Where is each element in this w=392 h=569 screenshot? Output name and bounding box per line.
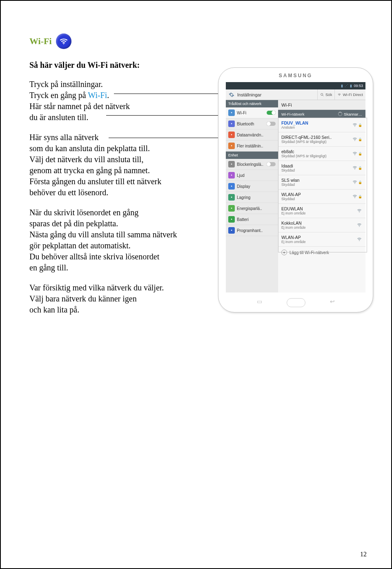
home-button[interactable] [287,298,305,307]
device-brand: SAMSUNG [218,73,373,78]
sidebar-item[interactable]: •Fler inställnin.. [226,141,278,152]
spinner-icon [338,112,342,116]
block-icon: • [228,161,235,167]
svg-point-6 [354,183,355,184]
svg-point-4 [354,155,355,155]
sidebar-item[interactable]: •Energisparlä.. [226,203,278,214]
svg-point-2 [354,126,355,127]
add-network-row[interactable]: +Lägg till Wi-Fi-nätverk [278,247,365,258]
wifi-panel-subtitle: Wi-Fi-nätverk [281,112,304,116]
sidebar-item[interactable]: •Blockeringslä.. [226,159,278,170]
wifi-signal-icon [356,208,362,214]
network-row[interactable]: WLAN-APSkyddad🔒 [278,190,365,204]
wifi-panel-title: Wi-Fi [281,103,292,107]
lock-icon: 🔒 [358,152,362,156]
svg-point-7 [354,198,355,198]
section-device: Enhet [226,152,278,159]
network-row[interactable]: EDUWLANEj inom område [278,204,365,218]
sidebar-item[interactable]: •Ljud [226,170,278,181]
network-status: Ansluten [281,125,350,129]
device-screen: ▮ ⋰ ▮ 09:53 Inställningar Sök Wi-Fi Dire… [226,82,365,292]
page-title: Wi-Fi [29,36,52,47]
network-status: Skyddad (WPS är tillgängligt) [281,140,350,144]
stor-icon: • [228,194,235,201]
sidebar-item[interactable]: •Wi-Fi [226,107,278,118]
menu-nav-icon[interactable]: ▭ [257,298,262,307]
wifi-signal-icon: 🔒 [352,179,362,185]
network-row[interactable]: DIRECT-qFML-2160 Seri..Skyddad (WPS är t… [278,132,365,147]
network-row[interactable]: KokkoLANEj inom område [278,218,365,232]
toggle-switch[interactable] [267,122,276,126]
network-row[interactable]: FDUV_WLANAnsluten🔒 [278,118,365,132]
sidebar-item-label: Lagring [237,195,250,200]
power-icon: • [228,205,235,212]
wifi-signal-icon: 🔒 [352,165,362,171]
sidebar-item-label: Batteri [237,217,249,222]
sound-icon: • [228,172,235,179]
sidebar-item[interactable]: •Programhant.. [226,225,278,236]
network-status: Skyddad (WPS är tillgängligt) [281,154,350,158]
more-icon: • [228,143,235,149]
header-title: Inställningar [237,92,317,97]
wifi-direct-button[interactable]: Wi-Fi Direct [334,89,365,100]
network-name: eb8afc [281,149,350,154]
lock-icon: 🔒 [358,123,362,127]
wifi-signal-icon: 🔒 [352,122,362,128]
lock-icon: 🔒 [358,166,362,170]
battery-icon: ▮ [350,84,352,88]
lock-icon: 🔒 [358,181,362,184]
scanning-indicator: Skannar… [338,112,362,116]
lock-icon: 🔒 [358,138,362,141]
status-bar: ▮ ⋰ ▮ 09:53 [226,82,365,89]
wifi-icon: • [228,109,235,116]
network-row[interactable]: SLS wlanSkyddad🔒 [278,175,365,190]
sidebar-item[interactable]: •Bluetooth [226,118,278,129]
search-button[interactable]: Sök [317,89,334,100]
svg-point-8 [359,212,359,212]
sidebar-item[interactable]: •Dataanvändn.. [226,129,278,141]
wifi-status-icon: ⋰ [345,84,348,88]
network-status: Ej inom område [281,211,354,215]
network-name: KokkoLAN [281,221,354,225]
sidebar-item-label: Energisparlä.. [237,206,262,211]
data-icon: • [228,132,235,138]
network-name: DIRECT-qFML-2160 Seri.. [281,135,350,140]
svg-point-1 [321,93,323,95]
network-status: Skyddad [281,168,350,172]
scanning-label: Skannar… [344,112,362,116]
network-name: SLS wlan [281,178,350,183]
wifi-link-text: Wi-Fi [88,91,107,100]
network-status: Ej inom område [281,225,354,230]
svg-point-5 [354,169,355,170]
plus-icon: + [281,250,287,255]
wifi-signal-icon [356,237,362,242]
sidebar-item-label: Wi-Fi [237,111,246,115]
sidebar-item[interactable]: •Batteri [226,214,278,225]
wifi-signal-icon [356,222,362,228]
back-nav-icon[interactable]: ↩ [330,298,335,307]
network-row[interactable]: WLAN-APEj inom område [278,232,365,247]
settings-header: Inställningar Sök Wi-Fi Direct [226,89,365,100]
gear-icon [228,91,235,98]
network-status: Skyddad [281,197,350,201]
toggle-switch[interactable] [267,111,276,115]
device-mock: SAMSUNG ▮ ⋰ ▮ 09:53 Inställningar Sök [218,67,373,312]
sidebar-item-label: Programhant.. [237,228,263,233]
toggle-switch[interactable] [267,162,276,166]
sidebar-item-label: Ljud [237,173,245,178]
network-status: Ej inom område [281,240,354,244]
svg-point-3 [354,141,355,141]
sidebar-item[interactable]: •Display [226,181,278,192]
wifi-signal-icon: 🔒 [352,194,362,199]
network-name: EDUWLAN [281,206,354,211]
network-name: FDUV_WLAN [281,120,350,125]
device-nav-buttons: ▭ ↩ [218,298,373,307]
sidebar-item-label: Display [237,184,250,189]
network-row[interactable]: IdaadiSkyddad🔒 [278,161,365,175]
network-row[interactable]: eb8afcSkyddad (WPS är tillgängligt)🔒 [278,147,365,161]
wifi-panel: Wi-Fi Wi-Fi-nätverk Skannar… FDUV_WLANAn… [278,100,365,292]
sidebar-item[interactable]: •Lagring [226,192,278,203]
sidebar-item-label: Bluetooth [237,122,254,126]
svg-point-0 [63,43,64,44]
page-number: 12 [360,551,367,558]
